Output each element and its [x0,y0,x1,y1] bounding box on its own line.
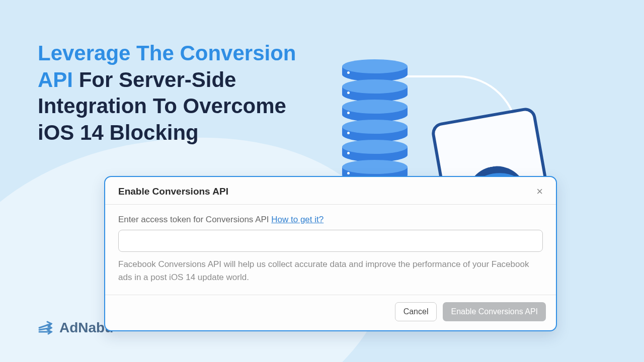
headline: Leverage The Conversion API For Server-S… [38,40,319,146]
brand-mark-icon [36,319,54,337]
dialog-header: Enable Conversions API × [105,177,556,204]
cancel-button[interactable]: Cancel [395,302,437,321]
close-icon[interactable]: × [536,186,543,197]
how-to-get-it-link[interactable]: How to get it? [271,215,324,224]
dialog-footer: Cancel Enable Conversions API [105,295,556,330]
prompt-line: Enter access token for Conversions API H… [118,215,543,225]
database-illustration [342,59,408,180]
brand-logo: AdNabu [36,319,113,337]
enable-conversions-button[interactable]: Enable Conversions API [443,302,546,321]
enable-conversions-dialog: Enable Conversions API × Enter access to… [104,176,557,331]
access-token-input[interactable] [118,230,543,252]
headline-rest: For Server-Side Integration To Overcome … [38,68,286,144]
dialog-title: Enable Conversions API [118,186,228,197]
dialog-body: Enter access token for Conversions API H… [105,205,556,295]
help-text: Facebook Conversions API will help us co… [118,258,543,284]
prompt-label: Enter access token for Conversions API [118,215,271,224]
